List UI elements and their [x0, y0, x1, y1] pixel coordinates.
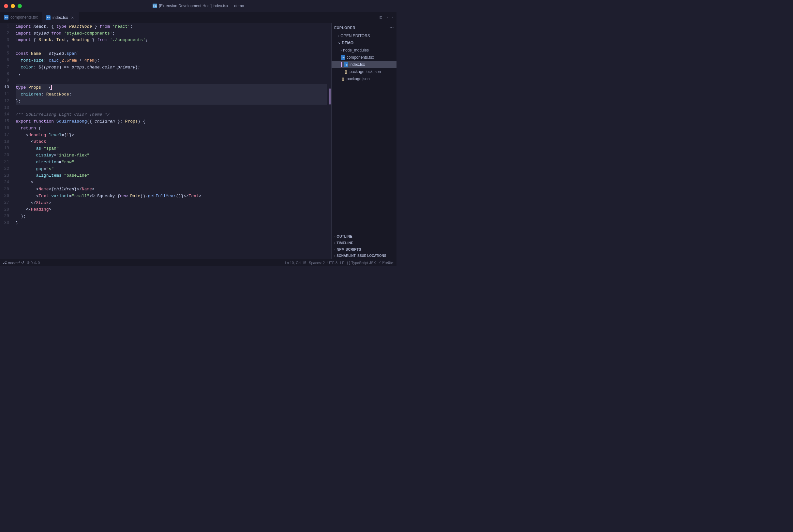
- tab-index-label: index.tsx: [53, 15, 68, 20]
- sidebar-package-lock[interactable]: {} package-lock.json: [332, 68, 396, 75]
- sidebar-open-editors[interactable]: › OPEN EDITORS: [332, 32, 396, 39]
- line-num-28: 28: [0, 206, 13, 213]
- sidebar-bottom: › OUTLINE › TIMELINE › NPM SCRIPTS › SON…: [332, 233, 396, 259]
- line-num-8: 8: [0, 71, 13, 78]
- more-actions-button[interactable]: ···: [386, 13, 394, 21]
- line-num-1: 1: [0, 23, 13, 30]
- indentation[interactable]: Spaces: 2: [309, 261, 325, 265]
- line-num-15: 15: [0, 118, 13, 125]
- encoding[interactable]: UTF-8: [327, 261, 338, 265]
- demo-label: DEMO: [342, 41, 354, 45]
- code-line-14: /** Squirrelsong Light Color Theme */: [16, 111, 327, 118]
- line-num-12: 12: [0, 98, 13, 104]
- explorer-header[interactable]: EXPLORER ···: [332, 23, 396, 32]
- sidebar-node-modules[interactable]: › node_modules: [332, 46, 396, 54]
- statusbar-left: ⎇ master* ↺ ⊗ 0 ⚠ 0: [3, 261, 40, 265]
- sidebar-package[interactable]: {} package.json: [332, 75, 396, 82]
- statusbar-right: Ln 10, Col 15 Spaces: 2 UTF-8 LF { } Typ…: [285, 261, 394, 265]
- line-num-30: 30: [0, 220, 13, 227]
- formatter[interactable]: ✓ Prettier: [378, 261, 394, 265]
- tab-close-button[interactable]: ×: [70, 15, 75, 20]
- line-num-7: 7: [0, 64, 13, 71]
- active-indicator: [341, 62, 342, 67]
- line-num-17: 17: [0, 132, 13, 138]
- line-num-5: 5: [0, 50, 13, 57]
- sidebar-index[interactable]: TS index.tsx: [332, 61, 396, 68]
- code-line-6: font-size: calc(2.6rem + 4rem);: [16, 57, 327, 64]
- line-num-24: 24: [0, 179, 13, 186]
- line-num-19: 19: [0, 145, 13, 152]
- sidebar-timeline[interactable]: › TIMELINE: [332, 240, 396, 246]
- chevron-right-icon: ›: [334, 254, 335, 258]
- code-line-7: color: ${(props) => props.theme.color.pr…: [16, 64, 327, 71]
- code-line-23: alignItems="baseline": [16, 172, 327, 179]
- sync-icon: ↺: [21, 261, 24, 265]
- scrollbar-track[interactable]: [327, 23, 331, 259]
- code-line-20: display="inline-flex": [16, 152, 327, 159]
- error-count[interactable]: ⊗ 0 ⚠ 0: [27, 261, 40, 265]
- code-line-16: return (: [16, 125, 327, 132]
- sonarlint-label: SONARLINT ISSUE LOCATIONS: [337, 254, 386, 258]
- code-line-26: <Text variant="small">© Squeaky {new Dat…: [16, 193, 327, 200]
- explorer-label: EXPLORER: [334, 26, 355, 30]
- code-line-3: import { Stack, Text, Heading } from './…: [16, 37, 327, 44]
- more-icon[interactable]: ···: [390, 25, 394, 30]
- eol[interactable]: LF: [340, 261, 344, 265]
- chevron-right-icon: ›: [341, 49, 342, 52]
- chevron-right-icon: ›: [334, 235, 335, 238]
- package-lock-label: package-lock.json: [350, 70, 381, 74]
- line-num-6: 6: [0, 57, 13, 64]
- sidebar-npm-scripts[interactable]: › NPM SCRIPTS: [332, 246, 396, 253]
- editor-area[interactable]: 1 2 3 4 5 6 7 8 9 10 11 12 13 14 15 16 1…: [0, 23, 331, 259]
- line-num-23: 23: [0, 172, 13, 179]
- line-num-20: 20: [0, 152, 13, 159]
- sidebar-demo-folder[interactable]: ∨ DEMO: [332, 39, 396, 46]
- cursor-position[interactable]: Ln 10, Col 15: [285, 261, 306, 265]
- package-label: package.json: [346, 77, 370, 81]
- sidebar-components[interactable]: TS components.tsx: [332, 54, 396, 61]
- open-editors-label: OPEN EDITORS: [340, 34, 370, 38]
- close-button[interactable]: [4, 4, 8, 8]
- outline-label: OUTLINE: [337, 234, 352, 238]
- line-numbers: 1 2 3 4 5 6 7 8 9 10 11 12 13 14 15 16 1…: [0, 23, 16, 259]
- git-branch[interactable]: ⎇ master* ↺: [3, 261, 24, 265]
- tab-components[interactable]: TS components.tsx: [0, 12, 42, 23]
- ts-file-icon: TS: [344, 62, 348, 67]
- window-controls: [4, 4, 22, 8]
- split-editor-button[interactable]: ⊡: [377, 13, 385, 21]
- code-line-11: children: ReactNode;: [16, 91, 327, 98]
- tab-index[interactable]: TS index.tsx ×: [42, 12, 79, 23]
- line-num-29: 29: [0, 213, 13, 220]
- line-num-14: 14: [0, 111, 13, 118]
- code-line-5: const Name = styled.span`: [16, 50, 327, 57]
- chevron-right-icon: ›: [334, 241, 335, 245]
- sidebar-sonarlint[interactable]: › SONARLINT ISSUE LOCATIONS: [332, 253, 396, 259]
- code-line-17: <Heading level={1}>: [16, 132, 327, 138]
- timeline-label: TIMELINE: [337, 241, 353, 245]
- tab-components-label: components.tsx: [11, 15, 38, 20]
- minimize-button[interactable]: [11, 4, 15, 8]
- ts-icon: TS: [4, 15, 8, 20]
- json-file-icon: {}: [341, 77, 345, 81]
- code-line-10: type Props = {: [16, 84, 327, 91]
- file-type[interactable]: { } TypeScript JSX: [347, 261, 376, 265]
- code-line-18: <Stack: [16, 138, 327, 146]
- code-line-12: };: [16, 98, 327, 104]
- line-num-10: 10: [0, 84, 13, 91]
- main-layout: 1 2 3 4 5 6 7 8 9 10 11 12 13 14 15 16 1…: [0, 23, 396, 259]
- code-line-9: [16, 77, 327, 84]
- components-label: components.tsx: [346, 55, 374, 60]
- line-num-25: 25: [0, 186, 13, 193]
- node-modules-label: node_modules: [343, 48, 369, 53]
- code-editor[interactable]: import React, { type ReactNode } from 'r…: [16, 23, 327, 259]
- line-num-21: 21: [0, 159, 13, 166]
- code-line-30: }: [16, 220, 327, 227]
- code-line-22: gap="s": [16, 166, 327, 172]
- json-file-icon: {}: [344, 70, 348, 74]
- maximize-button[interactable]: [18, 4, 22, 8]
- line-num-18: 18: [0, 138, 13, 146]
- sidebar-outline[interactable]: › OUTLINE: [332, 233, 396, 240]
- sidebar: EXPLORER ··· › OPEN EDITORS ∨ DEMO › nod…: [331, 23, 396, 259]
- code-line-21: direction="row": [16, 159, 327, 166]
- line-num-2: 2: [0, 30, 13, 37]
